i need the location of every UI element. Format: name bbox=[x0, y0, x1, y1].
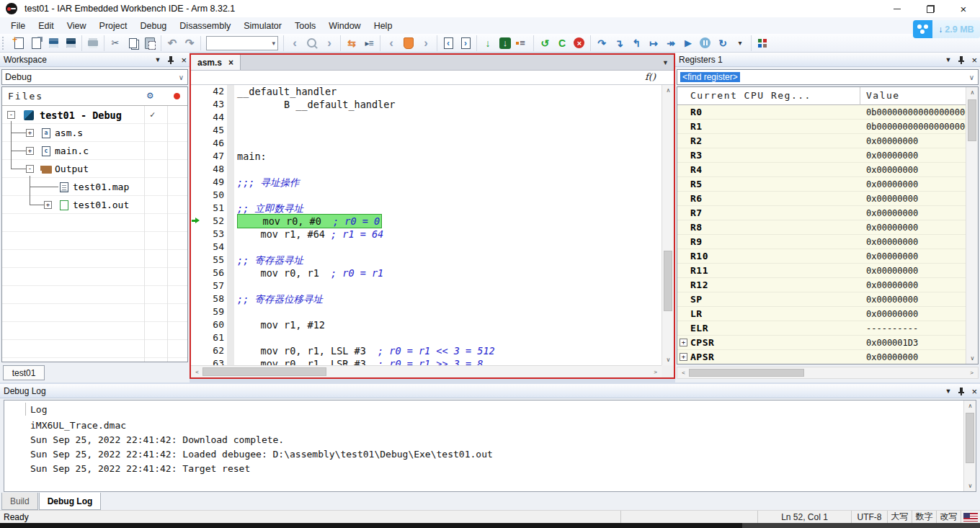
scroll-down-icon[interactable]: ∨ bbox=[964, 480, 976, 491]
gutter-margin[interactable] bbox=[191, 137, 202, 150]
find-register-combobox[interactable]: <find register> ∨ bbox=[677, 69, 979, 85]
cut-button[interactable]: ✂ bbox=[107, 35, 124, 51]
tab-close-icon[interactable]: × bbox=[228, 58, 233, 68]
scroll-up-icon[interactable]: ∧ bbox=[662, 85, 674, 96]
debug-log-pin-icon[interactable] bbox=[958, 387, 965, 395]
scrollbar-thumb[interactable] bbox=[689, 369, 804, 377]
collapse-box-icon[interactable]: - bbox=[26, 165, 34, 173]
gutter-margin[interactable] bbox=[191, 267, 202, 279]
register-row-r3[interactable]: R30x00000000 bbox=[677, 148, 966, 163]
gutter-margin[interactable] bbox=[191, 228, 202, 241]
tree-item-asm-s[interactable]: +aasm.s bbox=[2, 124, 187, 142]
registers-caption[interactable]: Registers 1 ▼ × bbox=[675, 53, 980, 67]
gutter-margin[interactable] bbox=[191, 150, 202, 163]
menu-simulator[interactable]: Simulator bbox=[237, 19, 288, 33]
gutter-margin[interactable] bbox=[191, 189, 202, 202]
prev-code-page-button[interactable] bbox=[440, 35, 457, 51]
workspace-close-icon[interactable]: × bbox=[181, 55, 187, 65]
cspy-reset-button[interactable]: ↻ bbox=[714, 35, 731, 51]
paste-button[interactable] bbox=[141, 35, 159, 51]
menu-window[interactable]: Window bbox=[322, 19, 367, 33]
code-line-51[interactable]: 51;; 立即数寻址 bbox=[191, 202, 662, 215]
step-out-button[interactable]: ↰ bbox=[628, 35, 645, 51]
next-bookmark-button[interactable]: › bbox=[417, 35, 435, 51]
register-row-sp[interactable]: SP0x00000000 bbox=[677, 292, 966, 307]
workspace-pin-icon[interactable] bbox=[167, 55, 174, 64]
code-line-60[interactable]: 60 mov r1, #12 bbox=[191, 318, 662, 331]
code-line-47[interactable]: 47main: bbox=[191, 150, 662, 163]
gutter-margin[interactable] bbox=[191, 254, 202, 267]
scrollbar-thumb[interactable] bbox=[966, 413, 974, 463]
menu-project[interactable]: Project bbox=[93, 19, 134, 33]
editor-horizontal-scrollbar[interactable]: < > bbox=[191, 365, 662, 377]
menu-help[interactable]: Help bbox=[368, 19, 399, 33]
register-row-r6[interactable]: R60x00000000 bbox=[677, 192, 966, 206]
scroll-up-icon[interactable]: ∧ bbox=[964, 401, 976, 411]
gutter-margin[interactable] bbox=[191, 279, 202, 292]
menu-edit[interactable]: Edit bbox=[32, 19, 61, 33]
tree-item-main-c[interactable]: +cmain.c bbox=[2, 142, 187, 160]
gutter-margin[interactable] bbox=[191, 331, 202, 344]
copy-button[interactable] bbox=[124, 35, 141, 51]
toggle-bookmark-button[interactable] bbox=[400, 35, 417, 51]
toolbar-search-input[interactable] bbox=[208, 37, 269, 49]
tree-item-output[interactable]: -Output bbox=[2, 160, 187, 178]
debug-log-close-icon[interactable]: × bbox=[971, 387, 977, 396]
gear-icon[interactable]: ⚙ bbox=[147, 89, 153, 101]
expand-box-icon[interactable]: + bbox=[26, 129, 34, 137]
toolbar-search-combobox[interactable]: ▾ bbox=[206, 36, 278, 50]
code-line-52[interactable]: 52 mov r0, #0 ; r0 = 0 bbox=[191, 215, 662, 228]
code-line-43[interactable]: 43 B __default_handler bbox=[191, 98, 662, 111]
expand-box-icon[interactable]: + bbox=[26, 147, 34, 155]
scroll-right-icon[interactable]: > bbox=[649, 367, 662, 377]
gutter-margin[interactable] bbox=[191, 241, 202, 254]
gutter-margin[interactable] bbox=[191, 111, 202, 124]
gutter-margin[interactable] bbox=[191, 318, 202, 331]
registers-pin-icon[interactable] bbox=[958, 55, 965, 64]
break-pause-button[interactable] bbox=[697, 35, 714, 51]
download-indicator[interactable]: ↓ 2.9 MB bbox=[913, 20, 980, 38]
tree-item-test01-out[interactable]: +test01.out bbox=[2, 196, 187, 214]
output-tab-build[interactable]: Build bbox=[1, 493, 38, 510]
step-over-button[interactable]: ↷ bbox=[593, 35, 610, 51]
editor-vertical-scrollbar[interactable]: ∧ ∨ bbox=[662, 85, 674, 365]
gutter-margin[interactable] bbox=[191, 305, 202, 318]
print-button[interactable] bbox=[84, 35, 102, 51]
tree-item-test01-debug[interactable]: -test01 - Debug✓ bbox=[2, 106, 187, 124]
gutter-margin[interactable] bbox=[191, 124, 202, 137]
register-row-lr[interactable]: LR0x00000000 bbox=[677, 307, 966, 321]
registers-close-icon[interactable]: × bbox=[971, 55, 977, 65]
redo-button[interactable]: ↷ bbox=[181, 35, 198, 51]
files-column-header[interactable]: Files ⚙ bbox=[2, 87, 187, 106]
reset-button[interactable]: ↺ bbox=[536, 35, 553, 51]
configuration-dropdown[interactable]: Debug ∨ bbox=[1, 69, 188, 85]
output-tab-debug-log[interactable]: Debug Log bbox=[39, 493, 102, 510]
registers-grid-header[interactable]: Current CPU Reg... Value bbox=[677, 87, 978, 105]
gutter-margin[interactable] bbox=[191, 357, 202, 365]
debug-log-scrollbar[interactable]: ∧ ∨ bbox=[963, 401, 976, 491]
code-line-46[interactable]: 46 bbox=[191, 137, 662, 150]
registers-horizontal-scrollbar[interactable]: < > bbox=[677, 367, 979, 379]
prev-bookmark-button[interactable]: ‹ bbox=[383, 35, 400, 51]
register-row-r4[interactable]: R40x00000000 bbox=[677, 163, 966, 177]
nav-next-button[interactable]: › bbox=[321, 35, 338, 51]
download-button[interactable]: ↓ bbox=[479, 35, 496, 51]
expand-box-icon[interactable]: + bbox=[44, 201, 52, 209]
scroll-down-icon[interactable]: ∨ bbox=[662, 354, 674, 365]
gutter-margin[interactable] bbox=[191, 292, 202, 305]
gutter-margin[interactable] bbox=[191, 176, 202, 189]
code-line-44[interactable]: 44 bbox=[191, 111, 662, 124]
registers-menu-caret-icon[interactable]: ▼ bbox=[945, 56, 951, 63]
code-line-63[interactable]: 63 mov r0, r1, LSR #3 ; r0 = r1 >> 3 = 8 bbox=[191, 357, 662, 365]
next-statement-button[interactable]: ↦ bbox=[645, 35, 662, 51]
menu-file[interactable]: File bbox=[4, 19, 32, 33]
more-dropdown-button[interactable]: ▾ bbox=[731, 35, 749, 51]
code-line-57[interactable]: 57 bbox=[191, 279, 662, 292]
code-line-54[interactable]: 54 bbox=[191, 241, 662, 254]
download-and-debug-button[interactable]: ↓ bbox=[496, 35, 514, 51]
debug-log-caption[interactable]: Debug Log ▼ × bbox=[0, 384, 980, 398]
code-line-62[interactable]: 62 mov r0, r1, LSL #3 ; r0 = r1 << 3 = 5… bbox=[191, 344, 662, 357]
menu-view[interactable]: View bbox=[61, 19, 93, 33]
tree-item-test01-map[interactable]: test01.map bbox=[2, 178, 187, 196]
undo-button[interactable]: ↶ bbox=[164, 35, 181, 51]
